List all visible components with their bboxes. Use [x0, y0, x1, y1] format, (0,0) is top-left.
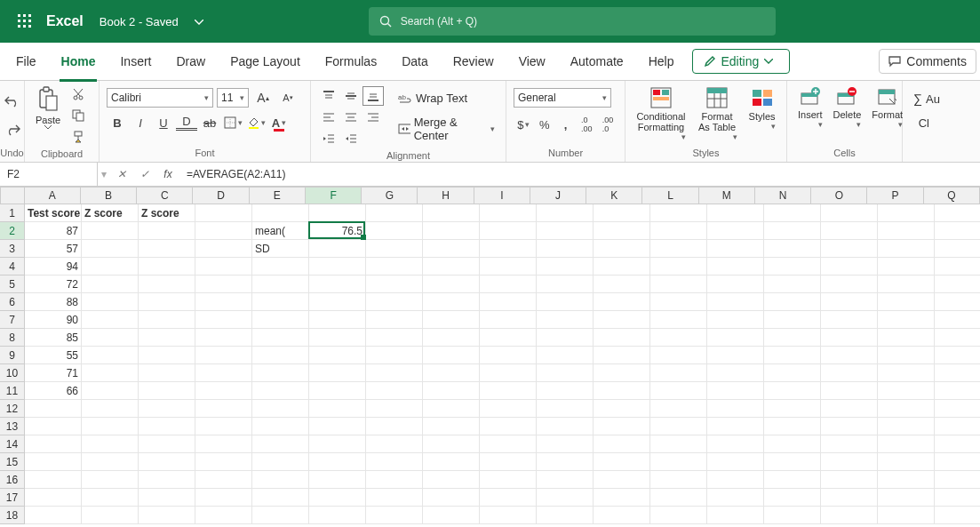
cell[interactable]	[423, 507, 480, 524]
cell[interactable]	[139, 222, 195, 240]
cell[interactable]	[82, 222, 139, 240]
cell[interactable]	[650, 347, 707, 364]
cell[interactable]	[650, 418, 707, 435]
italic-button[interactable]: I	[130, 113, 151, 132]
cell[interactable]	[878, 258, 935, 275]
cell-styles-button[interactable]: Styles ▾	[745, 84, 779, 146]
cell[interactable]	[764, 275, 821, 293]
increase-indent-button[interactable]	[340, 129, 362, 148]
cell[interactable]	[480, 329, 537, 347]
cell[interactable]	[480, 240, 537, 258]
cell[interactable]	[594, 329, 650, 347]
cell[interactable]	[878, 240, 935, 258]
column-header[interactable]: E	[250, 187, 306, 204]
copy-button[interactable]	[68, 106, 89, 125]
cell[interactable]	[650, 329, 707, 347]
cell[interactable]	[252, 418, 309, 435]
cell[interactable]	[195, 489, 252, 507]
cell[interactable]	[764, 258, 821, 275]
cell[interactable]	[935, 204, 980, 222]
cell[interactable]	[594, 364, 650, 382]
cell[interactable]	[707, 489, 764, 507]
cell[interactable]	[935, 347, 980, 364]
cell[interactable]	[594, 258, 650, 275]
cell[interactable]	[594, 347, 650, 364]
cell[interactable]	[878, 382, 935, 400]
cell[interactable]	[366, 382, 423, 400]
row-header[interactable]: 14	[0, 435, 25, 453]
column-header[interactable]: G	[362, 187, 418, 204]
cell[interactable]	[423, 489, 480, 507]
cell[interactable]	[25, 400, 82, 418]
cell[interactable]	[139, 311, 195, 329]
cell[interactable]	[195, 222, 252, 240]
cell[interactable]: 55	[25, 347, 82, 364]
menu-automate[interactable]: Automate	[558, 47, 636, 76]
cell[interactable]	[480, 204, 537, 222]
cell[interactable]	[366, 453, 423, 471]
cell[interactable]	[195, 435, 252, 453]
menu-file[interactable]: File	[4, 47, 49, 76]
row-header[interactable]: 8	[0, 329, 25, 347]
cell[interactable]	[707, 329, 764, 347]
cell[interactable]	[878, 311, 935, 329]
currency-button[interactable]: $▾	[514, 115, 533, 134]
cell[interactable]	[423, 258, 480, 275]
menu-data[interactable]: Data	[389, 47, 441, 76]
cell[interactable]	[935, 435, 980, 453]
cell[interactable]	[650, 204, 707, 222]
cell[interactable]	[309, 471, 366, 489]
cell[interactable]	[480, 364, 537, 382]
cell[interactable]	[195, 311, 252, 329]
cell[interactable]: 72	[25, 275, 82, 293]
cell[interactable]	[537, 382, 594, 400]
column-header[interactable]: K	[586, 187, 642, 204]
cell[interactable]	[423, 347, 480, 364]
row-header[interactable]: 15	[0, 453, 25, 471]
column-header[interactable]: H	[418, 187, 474, 204]
cell[interactable]	[139, 489, 195, 507]
cell[interactable]	[423, 364, 480, 382]
menu-formulas[interactable]: Formulas	[313, 47, 389, 76]
cell[interactable]	[935, 275, 980, 293]
cell[interactable]	[821, 347, 878, 364]
cell[interactable]	[764, 364, 821, 382]
cell[interactable]	[252, 489, 309, 507]
menu-insert[interactable]: Insert	[108, 47, 163, 76]
cell[interactable]	[252, 204, 309, 222]
cell[interactable]	[537, 418, 594, 435]
cell[interactable]	[821, 204, 878, 222]
cell[interactable]	[594, 275, 650, 293]
number-format-dropdown[interactable]: General▾	[514, 88, 611, 108]
cell[interactable]	[423, 418, 480, 435]
cell[interactable]	[139, 329, 195, 347]
cell[interactable]	[537, 364, 594, 382]
name-box[interactable]: F2	[0, 163, 98, 186]
cell[interactable]	[935, 258, 980, 275]
cell[interactable]	[366, 293, 423, 311]
font-name-dropdown[interactable]: Calibri▾	[107, 88, 213, 108]
cell[interactable]	[480, 507, 537, 524]
decrease-decimal-button[interactable]: .00.0	[598, 115, 617, 134]
app-launcher-icon[interactable]	[7, 4, 43, 39]
cell[interactable]	[594, 293, 650, 311]
cell[interactable]	[878, 400, 935, 418]
undo-button[interactable]	[2, 92, 23, 111]
column-header[interactable]: O	[811, 187, 867, 204]
cell[interactable]	[821, 222, 878, 240]
cell[interactable]	[537, 240, 594, 258]
cell[interactable]	[537, 400, 594, 418]
align-top-button[interactable]	[318, 86, 339, 106]
cell[interactable]	[650, 471, 707, 489]
cell[interactable]	[537, 311, 594, 329]
cell[interactable]	[650, 489, 707, 507]
cell[interactable]	[821, 329, 878, 347]
cell[interactable]	[423, 293, 480, 311]
cell[interactable]	[707, 382, 764, 400]
cell[interactable]	[650, 311, 707, 329]
bold-button[interactable]: B	[107, 113, 128, 132]
cell[interactable]	[139, 400, 195, 418]
cell[interactable]	[195, 204, 252, 222]
cell[interactable]	[366, 311, 423, 329]
cell[interactable]	[878, 453, 935, 471]
